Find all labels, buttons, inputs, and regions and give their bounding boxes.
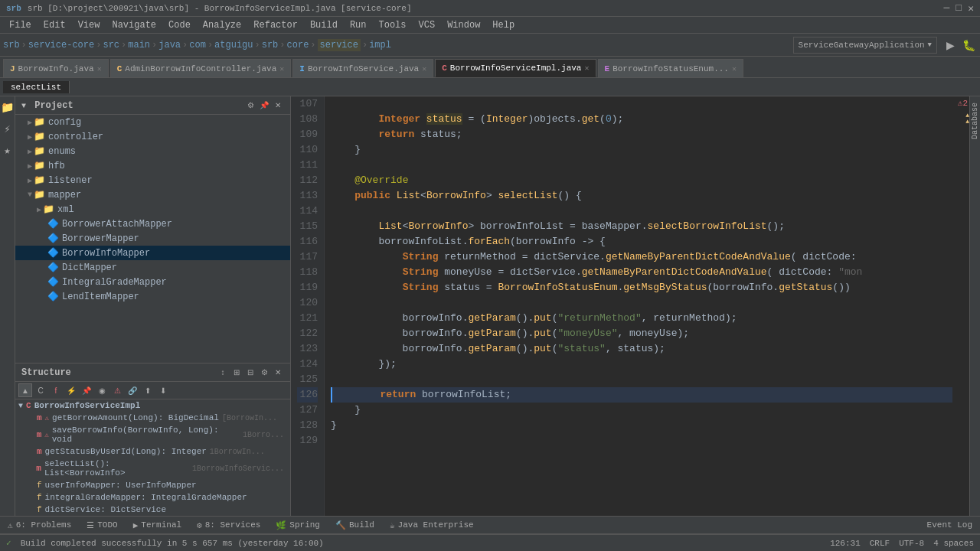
project-icon[interactable]: 📁: [0, 99, 15, 115]
debug-button[interactable]: 🐛: [960, 37, 977, 54]
struct-tool-4[interactable]: ⚡: [64, 383, 78, 397]
encoding[interactable]: UTF-8: [899, 539, 924, 548]
sidebar-settings-button[interactable]: ⚙: [244, 99, 256, 112]
tree-item-xml[interactable]: ▶ 📁 xml: [15, 202, 290, 217]
struct-item-getborrowamount[interactable]: m ⚠ getBorrowAmount(Long): BigDecimal [B…: [15, 412, 290, 424]
tree-item-integralgrademapper[interactable]: 🔷 IntegralGradeMapper: [15, 275, 290, 289]
tree-item-config[interactable]: ▶ 📁 config: [15, 115, 290, 129]
struct-item-userinfomapper[interactable]: f userInfoMapper: UserInfoMapper: [15, 479, 290, 491]
struct-tool-7[interactable]: ⚠: [110, 383, 124, 397]
database-icon[interactable]: Database: [971, 103, 979, 139]
services-tab[interactable]: ⚙ 8: Services: [189, 519, 268, 532]
struct-item-selectlist[interactable]: m selectList(): List<BorrowInfo> 1Borrow…: [15, 458, 290, 479]
menu-item-window[interactable]: Window: [441, 18, 486, 32]
tab-adminborrowinfo[interactable]: CAdminBorrowInfoController.java✕: [110, 59, 292, 77]
todo-tab[interactable]: ☰ TODO: [79, 519, 125, 532]
tree-item-lenditemmapper[interactable]: 🔷 LendItemMapper: [15, 289, 290, 304]
problems-tab[interactable]: ⚠ 6: Problems: [0, 519, 79, 532]
terminal-tab[interactable]: ▶ Terminal: [126, 519, 189, 532]
struct-item-integralgrademapper[interactable]: f integralGradeMapper: IntegralGradeMapp…: [15, 491, 290, 504]
breadcrumb-srb[interactable]: srb: [262, 40, 279, 51]
expand-all-button[interactable]: ⊞: [230, 367, 243, 379]
structure-icon[interactable]: ⚡: [0, 121, 15, 136]
breadcrumb-atguigu[interactable]: atguigu: [214, 40, 253, 51]
struct-item-getstatusbyuserid[interactable]: m getStatusByUserId(Long): Integer 1Borr…: [15, 445, 290, 458]
struct-tool-5[interactable]: 📌: [80, 383, 93, 397]
menu-item-help[interactable]: Help: [486, 18, 521, 32]
menu-item-code[interactable]: Code: [162, 18, 197, 32]
selectlist-tab[interactable]: selectList: [3, 81, 70, 93]
menu-item-file[interactable]: File: [3, 18, 38, 32]
menu-item-analyze[interactable]: Analyze: [197, 18, 247, 32]
struct-item-saveborrowinfo[interactable]: m ⚠ saveBorrowInfo(BorrowInfo, Long): vo…: [15, 424, 290, 445]
tree-item-dictmapper[interactable]: 🔷 DictMapper: [15, 260, 290, 275]
run-config-selector[interactable]: ServiceGatewayApplication ▼: [793, 37, 937, 54]
breadcrumb-java[interactable]: java: [158, 40, 181, 51]
tab-borrowinfoimpl[interactable]: CBorrowInfoServiceImpl.java✕: [435, 59, 596, 77]
tree-item-listener[interactable]: ▶ 📁 listener: [15, 173, 290, 187]
sidebar-pin-button[interactable]: 📌: [258, 99, 270, 112]
breadcrumb-srb[interactable]: srb: [3, 40, 20, 51]
tab-borrowinfostatus[interactable]: EBorrowInfoStatusEnum...✕: [598, 59, 743, 77]
tab-close-borrowinfo[interactable]: ✕: [97, 64, 102, 73]
struct-tool-1[interactable]: ▲: [18, 383, 32, 397]
sort-alpha-button[interactable]: ↕: [217, 367, 229, 379]
spring-tab[interactable]: 🌿 Spring: [268, 519, 328, 532]
tree-item-hfb[interactable]: ▶ 📁 hfb: [15, 158, 290, 173]
tree-item-borrowinfomapper[interactable]: 🔷 BorrowInfoMapper: [15, 246, 290, 260]
menu-item-navigate[interactable]: Navigate: [106, 18, 162, 32]
code-content[interactable]: Integer status = (Integer)objects.get(0)…: [325, 96, 959, 516]
java-enterprise-tab[interactable]: ☕ Java Enterprise: [382, 519, 482, 532]
breadcrumb-com[interactable]: com: [189, 40, 206, 51]
tree-item-borrowerattachmapper[interactable]: 🔷 BorrowerAttachMapper: [15, 217, 290, 231]
struct-tool-2[interactable]: C: [34, 383, 47, 397]
build-tab[interactable]: 🔨 Build: [328, 519, 382, 532]
favorites-icon[interactable]: ★: [0, 142, 15, 158]
menu-item-build[interactable]: Build: [304, 18, 344, 32]
indent-size[interactable]: 4 spaces: [933, 539, 974, 548]
collapse-all-button[interactable]: ⊟: [244, 367, 256, 379]
tree-item-mapper[interactable]: ▼ 📁 mapper: [15, 187, 290, 202]
struct-tool-10[interactable]: ⬇: [156, 383, 170, 397]
tab-close-borrowinfoimpl[interactable]: ✕: [584, 64, 589, 73]
menu-item-edit[interactable]: Edit: [38, 18, 72, 32]
restore-button[interactable]: □: [956, 2, 962, 15]
run-button[interactable]: ▶: [942, 37, 959, 54]
structure-settings-button[interactable]: ⚙: [258, 367, 270, 379]
tab-close-borrowinfostatus[interactable]: ✕: [732, 64, 737, 73]
breadcrumb-main[interactable]: main: [128, 40, 150, 51]
breadcrumb-impl[interactable]: impl: [369, 40, 391, 51]
close-button[interactable]: ✕: [968, 2, 974, 15]
minimize-button[interactable]: ─: [944, 2, 950, 15]
cursor-position[interactable]: 126:31: [830, 539, 861, 548]
struct-tool-8[interactable]: 🔗: [126, 383, 139, 397]
event-log-tab[interactable]: Event Log: [920, 519, 980, 531]
tab-close-borrowinfoservice[interactable]: ✕: [422, 64, 426, 73]
breadcrumb-core[interactable]: core: [287, 40, 309, 51]
menu-item-run[interactable]: Run: [344, 18, 373, 32]
project-arrow[interactable]: ▼: [21, 102, 26, 110]
tab-close-adminborrowinfo[interactable]: ✕: [279, 64, 284, 73]
breadcrumb-service-core[interactable]: service-core: [28, 40, 94, 51]
struct-tool-6[interactable]: ◉: [95, 383, 109, 397]
menu-item-view[interactable]: View: [72, 18, 106, 32]
struct-item-dictservice[interactable]: f dictService: DictService: [15, 504, 290, 516]
struct-tool-3[interactable]: f: [49, 383, 63, 397]
menu-item-tools[interactable]: Tools: [373, 18, 413, 32]
code-editor[interactable]: 107 108 109 110 111 112 113 114 115 116 …: [291, 96, 969, 516]
menu-item-refactor[interactable]: Refactor: [247, 18, 304, 32]
run-config-label: ServiceGatewayApplication: [799, 41, 925, 50]
tree-item-controller[interactable]: ▶ 📁 controller: [15, 129, 290, 144]
struct-tool-9[interactable]: ⬆: [141, 383, 155, 397]
structure-close-button[interactable]: ✕: [272, 367, 284, 379]
sidebar-close-button[interactable]: ✕: [272, 99, 284, 112]
tab-borrowinfoservice[interactable]: IBorrowInfoService.java✕: [292, 59, 433, 77]
breadcrumb-src[interactable]: src: [103, 40, 119, 51]
line-endings[interactable]: CRLF: [870, 539, 890, 548]
structure-root[interactable]: ▼ C BorrowInfoServiceImpl: [15, 399, 290, 412]
tree-item-enums[interactable]: ▶ 📁 enums: [15, 144, 290, 158]
menu-item-vcs[interactable]: VCS: [413, 18, 442, 32]
breadcrumb-service[interactable]: service: [318, 39, 361, 51]
tab-borrowinfo[interactable]: JBorrowInfo.java✕: [3, 59, 109, 77]
tree-item-borrowermapper[interactable]: 🔷 BorrowerMapper: [15, 231, 290, 246]
